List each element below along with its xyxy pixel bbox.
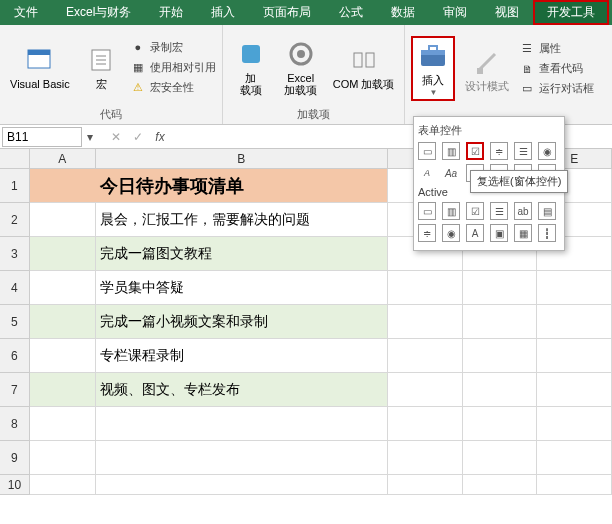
ax-image-icon[interactable]: ▣ [490, 224, 508, 242]
tab-excel-finance[interactable]: Excel与财务 [52, 0, 145, 25]
ax-checkbox-icon[interactable]: ☑ [466, 202, 484, 220]
tab-developer[interactable]: 开发工具 [533, 0, 609, 25]
row-head[interactable]: 2 [0, 203, 30, 237]
form-list-icon[interactable]: ☰ [514, 142, 532, 160]
cell[interactable] [463, 339, 538, 373]
cell[interactable] [30, 441, 96, 475]
name-box-dropdown[interactable]: ▾ [82, 130, 98, 144]
cell-title[interactable]: 今日待办事项清单 [96, 169, 389, 203]
fx-icon[interactable]: fx [152, 130, 168, 144]
select-all-corner[interactable] [0, 149, 30, 169]
ax-label-icon[interactable]: A [466, 224, 484, 242]
macro-button[interactable]: 宏 [80, 42, 124, 92]
cell[interactable] [30, 339, 96, 373]
tab-formula[interactable]: 公式 [325, 0, 377, 25]
cell[interactable] [537, 373, 612, 407]
enter-icon[interactable]: ✓ [130, 130, 146, 144]
macro-security-button[interactable]: ⚠宏安全性 [130, 79, 216, 95]
com-addins-button[interactable]: COM 加载项 [329, 42, 399, 92]
row-head[interactable]: 4 [0, 271, 30, 305]
name-box[interactable]: B11 [2, 127, 82, 147]
cell[interactable] [388, 407, 463, 441]
cell[interactable] [388, 339, 463, 373]
row-head[interactable]: 9 [0, 441, 30, 475]
addins-button[interactable]: 加 载项 [229, 36, 273, 98]
cell[interactable] [30, 475, 96, 495]
cell[interactable] [463, 475, 538, 495]
col-head-b[interactable]: B [96, 149, 389, 169]
row-head[interactable]: 7 [0, 373, 30, 407]
visual-basic-button[interactable]: Visual Basic [6, 42, 74, 92]
cell[interactable] [537, 305, 612, 339]
relative-ref-button[interactable]: ▦使用相对引用 [130, 59, 216, 75]
cell[interactable] [388, 271, 463, 305]
cell[interactable] [96, 407, 389, 441]
row-head[interactable]: 5 [0, 305, 30, 339]
view-code-button[interactable]: 🗎查看代码 [519, 61, 594, 77]
cell[interactable]: 完成一篇图文教程 [96, 237, 389, 271]
run-dialog-button[interactable]: ▭运行对话框 [519, 81, 594, 97]
cell[interactable] [537, 339, 612, 373]
row-head[interactable]: 1 [0, 169, 30, 203]
cell[interactable] [30, 271, 96, 305]
cancel-icon[interactable]: ✕ [108, 130, 124, 144]
tab-file[interactable]: 文件 [0, 0, 52, 25]
cell[interactable] [463, 407, 538, 441]
form-option-icon[interactable]: ◉ [538, 142, 556, 160]
form-checkbox-icon[interactable]: ☑ [466, 142, 484, 160]
cell[interactable] [388, 373, 463, 407]
cell[interactable] [30, 407, 96, 441]
excel-addins-button[interactable]: Excel 加载项 [279, 36, 323, 98]
row-head[interactable]: 6 [0, 339, 30, 373]
cell[interactable]: 视频、图文、专栏发布 [96, 373, 389, 407]
cell[interactable] [388, 475, 463, 495]
ax-list-icon[interactable]: ☰ [490, 202, 508, 220]
record-macro-button[interactable]: ●录制宏 [130, 39, 216, 55]
ax-combo-icon[interactable]: ▥ [442, 202, 460, 220]
cell[interactable] [30, 373, 96, 407]
cell[interactable] [388, 305, 463, 339]
cell[interactable] [30, 305, 96, 339]
tab-data[interactable]: 数据 [377, 0, 429, 25]
cell[interactable] [537, 441, 612, 475]
ax-button-icon[interactable]: ▭ [418, 202, 436, 220]
tab-home[interactable]: 开始 [145, 0, 197, 25]
insert-control-button[interactable]: 插入 ▼ [411, 36, 455, 101]
ax-scroll-icon[interactable]: ▤ [538, 202, 556, 220]
col-head-a[interactable]: A [30, 149, 96, 169]
ax-more-icon[interactable]: ┇ [538, 224, 556, 242]
cell[interactable]: 学员集中答疑 [96, 271, 389, 305]
form-spin-icon[interactable]: ≑ [490, 142, 508, 160]
ax-option-icon[interactable]: ◉ [442, 224, 460, 242]
cell[interactable] [463, 271, 538, 305]
tab-view[interactable]: 视图 [481, 0, 533, 25]
ax-spin-icon[interactable]: ≑ [418, 224, 436, 242]
cell[interactable] [463, 305, 538, 339]
row-head[interactable]: 3 [0, 237, 30, 271]
cell[interactable] [30, 203, 96, 237]
tab-review[interactable]: 审阅 [429, 0, 481, 25]
cell[interactable] [537, 271, 612, 305]
cell[interactable]: 专栏课程录制 [96, 339, 389, 373]
cell[interactable] [463, 373, 538, 407]
ax-text-icon[interactable]: ab [514, 202, 532, 220]
cell[interactable] [537, 407, 612, 441]
cell[interactable] [30, 169, 96, 203]
row-head[interactable]: 8 [0, 407, 30, 441]
row-head[interactable]: 10 [0, 475, 30, 495]
cell[interactable]: 晨会，汇报工作，需要解决的问题 [96, 203, 389, 237]
properties-button[interactable]: ☰属性 [519, 41, 594, 57]
cell[interactable] [388, 441, 463, 475]
cell[interactable] [537, 475, 612, 495]
cell[interactable]: 完成一篇小视频文案和录制 [96, 305, 389, 339]
design-mode-button[interactable]: 设计模式 [461, 44, 513, 94]
form-button-icon[interactable]: ▭ [418, 142, 436, 160]
cell[interactable] [30, 237, 96, 271]
cell[interactable] [463, 441, 538, 475]
form-combo-icon[interactable]: ▥ [442, 142, 460, 160]
cell[interactable] [96, 441, 389, 475]
tab-insert[interactable]: 插入 [197, 0, 249, 25]
tab-layout[interactable]: 页面布局 [249, 0, 325, 25]
ax-toggle-icon[interactable]: ▦ [514, 224, 532, 242]
cell[interactable] [96, 475, 389, 495]
